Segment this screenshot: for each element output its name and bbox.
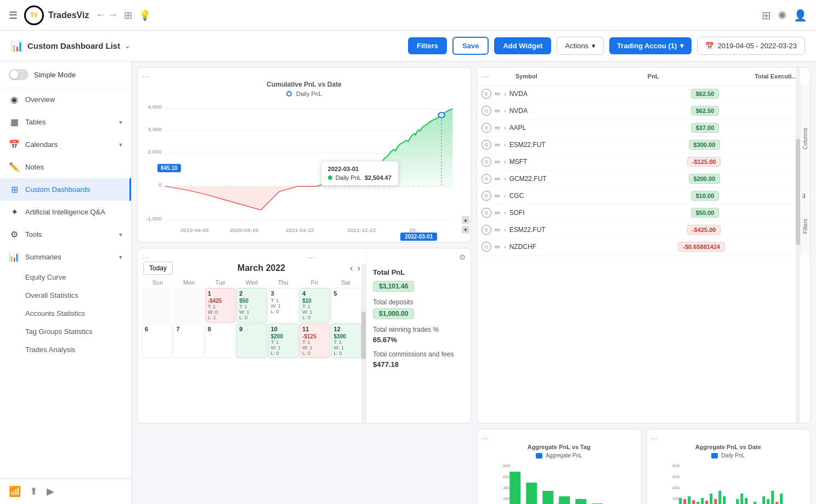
row-expand-icon[interactable]: ›	[504, 141, 506, 148]
simple-mode-toggle[interactable]: Simple Mode	[0, 61, 131, 88]
row-settings-icon[interactable]: ⊙	[481, 140, 491, 150]
calendar-gear-icon[interactable]: ⚙	[459, 253, 466, 262]
row-expand-icon[interactable]: ›	[504, 243, 506, 250]
bulb-icon[interactable]: 💡	[139, 9, 151, 21]
actions-label: Actions	[565, 42, 588, 50]
cal-cell[interactable]: 12 $300 T: 1 W: 1 L: 0	[331, 324, 361, 358]
calendar-prev-button[interactable]: ‹	[350, 263, 353, 273]
row-settings-icon[interactable]: ⊙	[481, 191, 491, 201]
winning-value: 65.67%	[373, 336, 464, 344]
tag-chart-menu-icon[interactable]: ···	[481, 434, 488, 443]
menu-icon[interactable]: ☰	[9, 9, 18, 21]
sidebar-item-custom-dashboards[interactable]: ⊞ Custom Dashboards	[0, 178, 131, 201]
row-edit-icon[interactable]: ✏	[495, 124, 501, 132]
settings-icon[interactable]: ✺	[778, 9, 787, 22]
row-settings-icon[interactable]: ⊙	[481, 157, 491, 167]
row-edit-icon[interactable]: ✏	[495, 107, 501, 115]
row-settings-icon[interactable]: ⊙	[481, 106, 491, 116]
cal-cell[interactable]: 3 T: 1 W: 1 L: 0	[268, 288, 298, 322]
sidebar-item-tools[interactable]: ⚙ Tools ▾	[0, 223, 131, 246]
row-expand-icon[interactable]: ›	[504, 90, 506, 97]
row-edit-icon[interactable]: ✏	[495, 192, 501, 200]
row-edit-icon[interactable]: ✏	[495, 158, 501, 166]
cal-cell[interactable]: 6	[142, 324, 172, 358]
row-expand-icon[interactable]: ›	[504, 192, 506, 199]
date-range-button[interactable]: 📅 2019-04-05 - 2022-03-23	[697, 37, 805, 55]
chart-menu-icon[interactable]: ···	[142, 72, 150, 81]
dropdown-icon[interactable]: ⌄	[124, 42, 130, 50]
sidebar-sub-accounts-stats[interactable]: Accounts Statistics	[0, 304, 131, 322]
row-expand-icon[interactable]: ›	[504, 226, 506, 233]
cal-cell[interactable]: 4 $10 T: 1 W: 1 L: 0	[299, 288, 330, 322]
add-widget-button[interactable]: Add Widget	[494, 37, 551, 54]
cal-cell[interactable]: 9	[236, 324, 267, 358]
save-button[interactable]: Save	[452, 37, 489, 55]
apps-icon[interactable]: ⊞	[762, 9, 771, 22]
forward-icon[interactable]: →	[107, 9, 117, 21]
filters-side-label[interactable]: Filters	[802, 219, 808, 234]
chart-scroll-down[interactable]: ▼	[462, 226, 469, 234]
calendar-next-button[interactable]: ›	[358, 263, 360, 273]
calendar-scrollbar[interactable]	[361, 264, 366, 423]
user-icon[interactable]: 👤	[794, 9, 807, 22]
row-edit-icon[interactable]: ✏	[495, 90, 501, 98]
row-expand-icon[interactable]: ›	[504, 209, 506, 216]
row-settings-icon[interactable]: ⊙	[481, 242, 491, 252]
row-settings-icon[interactable]: ⊙	[481, 225, 491, 235]
cal-cell[interactable]: 2 $50 T: 1 W: 1 L: 0	[236, 288, 267, 322]
sidebar-item-notes[interactable]: ✏️ Notes	[0, 156, 131, 178]
calendar-menu-icon[interactable]: ···	[142, 253, 150, 262]
row-settings-icon[interactable]: ⊙	[481, 208, 491, 218]
cal-cell[interactable]: 7	[173, 324, 203, 358]
row-edit-icon[interactable]: ✏	[495, 141, 501, 149]
row-expand-icon[interactable]: ›	[504, 107, 506, 114]
columns-side-label[interactable]: Columns	[802, 128, 808, 149]
chart-svg: 4,000 3,000 2,000 0 -1,000	[143, 99, 465, 236]
today-button[interactable]: Today	[143, 262, 173, 275]
stats-icon[interactable]: 📶	[9, 485, 21, 497]
row-edit-icon[interactable]: ✏	[495, 209, 501, 217]
row-expand-icon[interactable]: ›	[504, 175, 506, 182]
chart-scroll-up[interactable]: ▲	[462, 216, 469, 224]
back-icon[interactable]: ←	[95, 9, 105, 21]
filters-button[interactable]: Filters	[408, 37, 447, 54]
sidebar-item-tables[interactable]: ▦ Tables ▾	[0, 111, 131, 133]
youtube-icon[interactable]: ▶	[47, 485, 54, 497]
date-chart-menu-icon[interactable]: ···	[651, 434, 658, 443]
sidebar-sub-tag-groups[interactable]: Tag Groups Statistics	[0, 322, 131, 341]
sidebar-sub-overall-stats[interactable]: Overall Statistics	[0, 286, 131, 304]
grid-icon[interactable]: ⊞	[124, 9, 132, 21]
sidebar-item-calendars[interactable]: 📅 Calendars ▾	[0, 133, 131, 156]
svg-text:800: 800	[503, 463, 511, 468]
sidebar-item-ai-qa[interactable]: ✦ Artificial Intelligence Q&A	[0, 201, 131, 223]
sidebar-item-summaries[interactable]: 📊 Summaries ▾	[0, 246, 131, 268]
toggle-switch[interactable]	[9, 69, 29, 80]
row-settings-icon[interactable]: ⊙	[481, 123, 491, 133]
calendar-scrollbar-thumb[interactable]	[361, 312, 366, 359]
upload-icon[interactable]: ⬆	[30, 485, 38, 497]
row-settings-icon[interactable]: ⊙	[481, 89, 491, 99]
svg-rect-58	[745, 498, 747, 504]
cal-cell[interactable]: 11 -$125 T: 1 W: 1 L: 0	[299, 324, 330, 358]
cell-pnl: $10	[302, 298, 327, 304]
cal-cell[interactable]: 10 $200 T: 1 W: 1 L: 0	[268, 324, 298, 358]
table-scrollbar-thumb[interactable]	[796, 139, 800, 245]
cal-cell-empty	[173, 288, 203, 322]
sidebar-item-overview[interactable]: ◉ Overview	[0, 88, 131, 111]
row-edit-icon[interactable]: ✏	[495, 243, 501, 251]
actions-button[interactable]: Actions ▾	[557, 37, 604, 55]
sidebar-sub-equity-curve[interactable]: Equity Curve	[0, 268, 131, 286]
stats-menu-icon[interactable]: ···	[308, 253, 316, 262]
row-settings-icon[interactable]: ⊙	[481, 174, 491, 184]
row-edit-icon[interactable]: ✏	[495, 175, 501, 183]
table-scrollbar[interactable]	[796, 67, 800, 423]
cal-cell[interactable]: 1 -$425 T: 1 W: 0 L: 1	[205, 288, 235, 322]
cal-cell[interactable]: 5	[331, 288, 361, 322]
sidebar-sub-trades-analysis[interactable]: Trades Analysis	[0, 341, 131, 359]
account-button[interactable]: Trading Accou (1) ▾	[609, 37, 692, 54]
row-expand-icon[interactable]: ›	[504, 158, 506, 165]
table-menu-icon[interactable]: ···	[481, 72, 490, 81]
row-expand-icon[interactable]: ›	[504, 124, 506, 131]
row-edit-icon[interactable]: ✏	[495, 226, 501, 234]
cal-cell[interactable]: 8	[205, 324, 235, 358]
